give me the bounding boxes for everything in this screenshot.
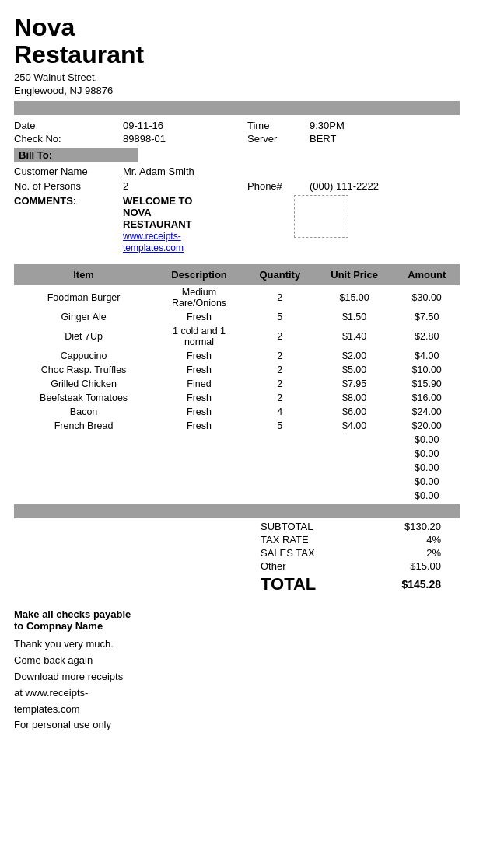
subtotal-value: $130.20 bbox=[382, 521, 444, 532]
come-back-text: Come back again bbox=[14, 653, 460, 669]
cell-unit-price: $8.00 bbox=[315, 391, 394, 405]
table-row: Diet 7Up 1 cold and 1normal 2 $1.40 $2.8… bbox=[14, 324, 460, 349]
address-line1: 250 Walnut Street. bbox=[14, 71, 460, 83]
cell-description bbox=[153, 433, 245, 447]
footer-checks: Make all checks payable to Compnay Name bbox=[14, 608, 460, 632]
cell-item: Choc Rasp. Truffles bbox=[14, 363, 153, 377]
phone-label: Phone# bbox=[247, 180, 310, 192]
placeholder-box-container bbox=[294, 195, 460, 253]
cell-description: MediumRare/Onions bbox=[153, 285, 245, 310]
cell-description: Fresh bbox=[153, 419, 245, 433]
table-row: $0.00 bbox=[14, 489, 460, 503]
cell-item: Beefsteak Tomatoes bbox=[14, 391, 153, 405]
cell-description: Fresh bbox=[153, 349, 245, 363]
table-row: Foodman Burger MediumRare/Onions 2 $15.0… bbox=[14, 285, 460, 310]
totals-section: SUBTOTAL $130.20 TAX RATE 4% SALES TAX 2… bbox=[14, 520, 460, 596]
cell-amount: $0.00 bbox=[394, 475, 460, 489]
download-line1: Download more receipts bbox=[14, 669, 460, 685]
cell-quantity bbox=[245, 447, 315, 461]
table-row: Grilled Chicken Fined 2 $7.95 $15.90 bbox=[14, 377, 460, 391]
date-value: 09-11-16 bbox=[123, 120, 247, 131]
table-row: Cappucino Fresh 2 $2.00 $4.00 bbox=[14, 349, 460, 363]
phone-value: (000) 111-2222 bbox=[310, 180, 460, 192]
subtotal-label: SUBTOTAL bbox=[257, 521, 382, 532]
address-line2: Englewood, NJ 98876 bbox=[14, 85, 460, 96]
cell-description: Fresh bbox=[153, 391, 245, 405]
cell-description: 1 cold and 1normal bbox=[153, 324, 245, 349]
cell-amount: $2.80 bbox=[394, 324, 460, 349]
download-line2: at www.receipts- bbox=[14, 685, 460, 702]
cell-quantity bbox=[245, 475, 315, 489]
cell-unit-price: $2.00 bbox=[315, 349, 394, 363]
cell-unit-price: $7.95 bbox=[315, 377, 394, 391]
cell-description bbox=[153, 447, 245, 461]
total-row: TOTAL $145.28 bbox=[257, 573, 460, 596]
customer-info: Customer Name Mr. Adam Smith No. of Pers… bbox=[14, 166, 460, 192]
tax-rate-value: 4% bbox=[382, 534, 444, 546]
cell-item: Ginger Ale bbox=[14, 310, 153, 324]
footer-section: Make all checks payable to Compnay Name … bbox=[14, 608, 460, 734]
total-label: TOTAL bbox=[257, 574, 382, 594]
cell-quantity bbox=[245, 433, 315, 447]
cell-amount: $24.00 bbox=[394, 405, 460, 419]
receipt-info: Date 09-11-16 Time 9:30PM Check No: 8989… bbox=[14, 120, 460, 145]
header-divider bbox=[14, 101, 460, 115]
cell-quantity: 2 bbox=[245, 377, 315, 391]
date-label: Date bbox=[14, 120, 123, 131]
tax-rate-row: TAX RATE 4% bbox=[257, 533, 460, 546]
cell-quantity: 4 bbox=[245, 405, 315, 419]
col-amount: Amount bbox=[394, 264, 460, 285]
cell-description: Fresh bbox=[153, 310, 245, 324]
cell-quantity: 5 bbox=[245, 419, 315, 433]
tax-rate-label: TAX RATE bbox=[257, 534, 382, 546]
cell-description bbox=[153, 489, 245, 503]
time-value: 9:30PM bbox=[310, 120, 460, 131]
cell-item bbox=[14, 489, 153, 503]
col-unit-price: Unit Price bbox=[315, 264, 394, 285]
table-row: Beefsteak Tomatoes Fresh 2 $8.00 $16.00 bbox=[14, 391, 460, 405]
cell-quantity: 2 bbox=[245, 391, 315, 405]
cell-item: Grilled Chicken bbox=[14, 377, 153, 391]
cell-description bbox=[153, 461, 245, 475]
cell-quantity: 2 bbox=[245, 324, 315, 349]
cell-unit-price bbox=[315, 461, 394, 475]
cell-item: French Bread bbox=[14, 419, 153, 433]
website-link[interactable]: www.receipts- templates.com bbox=[123, 231, 184, 253]
cell-quantity bbox=[245, 461, 315, 475]
cell-description bbox=[153, 475, 245, 489]
total-value: $145.28 bbox=[382, 578, 444, 591]
col-item: Item bbox=[14, 264, 153, 285]
server-label: Server bbox=[247, 133, 310, 145]
cell-item: Bacon bbox=[14, 405, 153, 419]
cell-amount: $0.00 bbox=[394, 433, 460, 447]
items-table: Item Description Quantity Unit Price Amo… bbox=[14, 264, 460, 503]
col-quantity: Quantity bbox=[245, 264, 315, 285]
cell-item bbox=[14, 447, 153, 461]
bill-to-bar: Bill To: bbox=[14, 148, 138, 162]
table-row: Bacon Fresh 4 $6.00 $24.00 bbox=[14, 405, 460, 419]
cell-quantity: 2 bbox=[245, 349, 315, 363]
cell-item bbox=[14, 475, 153, 489]
cell-unit-price: $5.00 bbox=[315, 363, 394, 377]
cell-item: Foodman Burger bbox=[14, 285, 153, 310]
cell-amount: $16.00 bbox=[394, 391, 460, 405]
cell-unit-price: $15.00 bbox=[315, 285, 394, 310]
cell-unit-price bbox=[315, 489, 394, 503]
table-row: $0.00 bbox=[14, 433, 460, 447]
cell-unit-price bbox=[315, 447, 394, 461]
other-row: Other $15.00 bbox=[257, 559, 460, 573]
cell-amount: $7.50 bbox=[394, 310, 460, 324]
totals-separator bbox=[14, 504, 460, 518]
cell-description: Fresh bbox=[153, 363, 245, 377]
personal-use-text: For personal use only bbox=[14, 717, 460, 734]
check-label: Check No: bbox=[14, 133, 123, 145]
cell-amount: $30.00 bbox=[394, 285, 460, 310]
sales-tax-label: SALES TAX bbox=[257, 547, 382, 559]
cell-unit-price: $4.00 bbox=[315, 419, 394, 433]
other-value: $15.00 bbox=[382, 560, 444, 572]
welcome-text: WELCOME TONOVARESTAURANT bbox=[123, 195, 247, 230]
server-value: BERT bbox=[310, 133, 460, 145]
cell-description: Fined bbox=[153, 377, 245, 391]
comments-content: WELCOME TONOVARESTAURANT www.receipts- t… bbox=[123, 195, 247, 253]
persons-label: No. of Persons bbox=[14, 180, 123, 192]
